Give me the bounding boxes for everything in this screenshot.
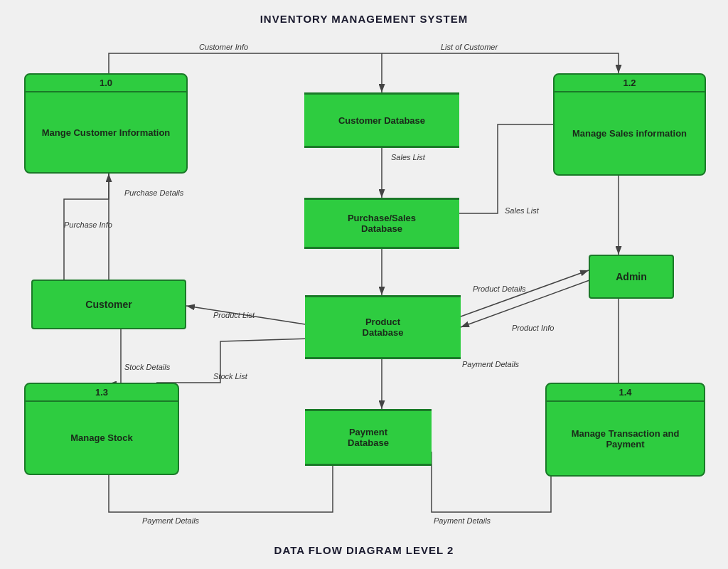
label-purchase-details: Purchase Details	[124, 188, 183, 197]
label-sales-list-right: Sales List	[505, 206, 539, 215]
proc-14-label: Manage Transaction and Payment	[547, 402, 704, 475]
label-product-list: Product List	[213, 311, 255, 319]
proc-13-num: 1.3	[26, 384, 178, 402]
svg-line-4	[461, 270, 589, 317]
diagram-container: INVENTORY MANAGEMENT SYSTEM	[0, 0, 728, 569]
proc-10-num: 1.0	[26, 75, 186, 92]
label-stock-list: Stock List	[213, 372, 247, 381]
label-payment-details-right: Payment Details	[462, 360, 519, 368]
proc-10-label: Mange Customer Information	[38, 92, 175, 172]
process-14: 1.4 Manage Transaction and Payment	[545, 383, 705, 477]
datastore-payment-label: PaymentDatabase	[348, 427, 389, 448]
proc-14-num: 1.4	[547, 384, 704, 402]
proc-13-label: Manage Stock	[66, 402, 136, 474]
datastore-product-label: ProductDatabase	[363, 317, 404, 338]
label-sales-list-top: Sales List	[391, 153, 425, 161]
label-list-of-customer: List of Customer	[441, 43, 498, 51]
label-stock-details: Stock Details	[124, 363, 170, 371]
datastore-purchase: Purchase/SalesDatabase	[304, 198, 459, 249]
process-12: 1.2 Manage Sales information	[553, 73, 706, 176]
process-13: 1.3 Manage Stock	[24, 383, 179, 475]
proc-12-num: 1.2	[555, 75, 705, 92]
label-customer-info: Customer Info	[199, 43, 248, 51]
proc-12-label: Manage Sales information	[568, 92, 691, 174]
datastore-purchase-label: Purchase/SalesDatabase	[348, 213, 416, 234]
title-top: INVENTORY MANAGEMENT SYSTEM	[0, 13, 728, 25]
label-product-info: Product Info	[512, 324, 554, 332]
label-product-details: Product Details	[473, 284, 526, 293]
process-10: 1.0 Mange Customer Information	[24, 73, 188, 174]
label-purchase-info: Purchase Info	[64, 220, 112, 229]
datastore-payment: PaymentDatabase	[305, 409, 432, 466]
title-bottom: DATA FLOW DIAGRAM LEVEL 2	[0, 544, 728, 556]
entity-customer: Customer	[31, 280, 186, 329]
datastore-product: ProductDatabase	[305, 295, 461, 359]
entity-admin: Admin	[589, 255, 674, 299]
label-payment-details-left: Payment Details	[142, 516, 199, 525]
datastore-customer: Customer Database	[304, 92, 459, 148]
label-payment-details-bottom: Payment Details	[434, 516, 491, 525]
